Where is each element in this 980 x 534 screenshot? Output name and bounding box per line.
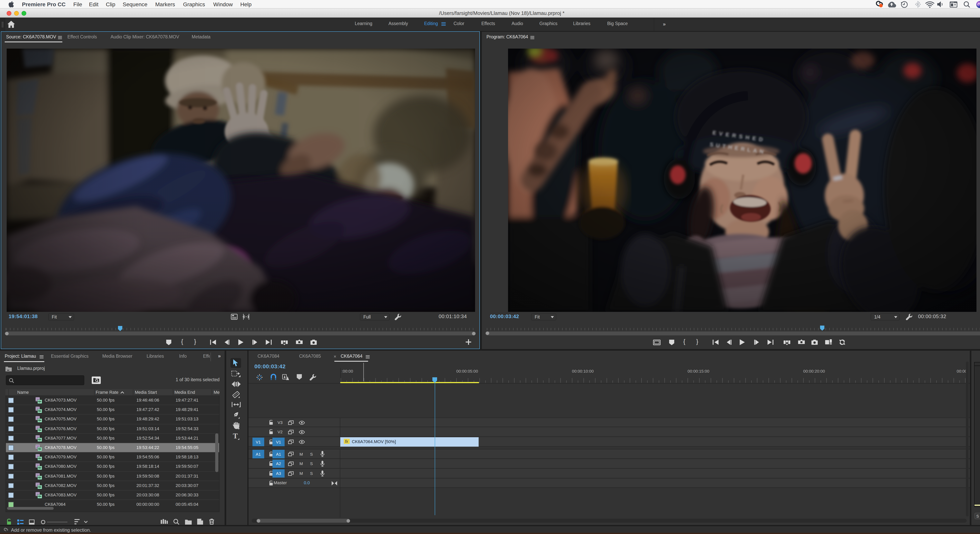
svg-text:T: T [233, 432, 238, 440]
